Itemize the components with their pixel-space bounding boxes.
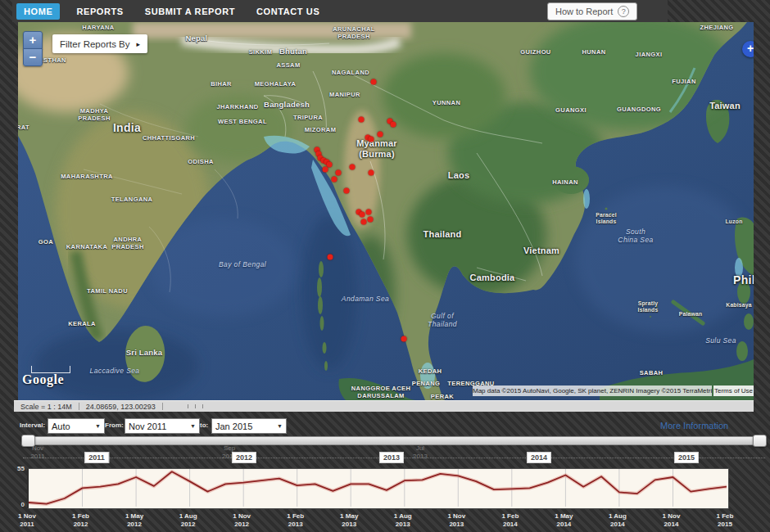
more-information-link[interactable]: More Information [660, 421, 728, 431]
zoom-in-button[interactable]: + [23, 31, 43, 49]
to-value: Jan 2015 [215, 422, 252, 431]
cursor-coordinates: 24.08659, 123.00293 [79, 403, 162, 411]
filter-reports-dropdown[interactable]: Filter Reports By ▸ [52, 34, 147, 53]
chart-y-max-label: 55 [2, 465, 25, 472]
ruler-year-label: 2011 [84, 452, 109, 463]
report-marker[interactable] [359, 117, 365, 123]
chevron-down-icon: ▼ [277, 423, 283, 429]
nav-tab-submit-a-report[interactable]: SUBMIT A REPORT [140, 3, 240, 20]
question-icon: ? [618, 6, 629, 17]
chart-x-tick-label: 1 Nov 2014 [663, 512, 681, 530]
nav-items: HOMEREPORTSSUBMIT A REPORTCONTACT US [16, 0, 324, 22]
how-to-report-label: How to Report [555, 7, 613, 16]
report-marker[interactable] [327, 162, 333, 168]
divider [162, 403, 163, 410]
chart-plot [29, 469, 727, 507]
chart-x-tick-label: 1 Feb 2015 [717, 512, 734, 530]
interval-value: Auto [52, 422, 70, 431]
chevron-down-icon: ▼ [95, 423, 101, 429]
slider-handle-right[interactable] [753, 435, 767, 447]
terms-of-use-link[interactable]: Terms of Use [713, 385, 754, 396]
top-nav: HOMEREPORTSSUBMIT A REPORTCONTACT US How… [0, 0, 770, 22]
nav-tab-contact-us[interactable]: CONTACT US [251, 3, 324, 20]
report-marker[interactable] [369, 137, 374, 142]
page: HOMEREPORTSSUBMIT A REPORTCONTACT US How… [0, 0, 770, 532]
interval-label: Interval: [20, 422, 45, 429]
ruler-year-label: 2013 [379, 452, 404, 463]
report-marker[interactable] [323, 167, 328, 173]
report-marker[interactable] [366, 210, 372, 215]
chevron-down-icon: ▼ [190, 423, 196, 429]
report-marker[interactable] [328, 255, 333, 260]
chart-x-tick-label: 1 May 2013 [340, 512, 358, 530]
report-marker[interactable] [361, 219, 367, 225]
from-select[interactable]: Nov 2011 ▼ [125, 418, 200, 434]
chart-x-tick-label: 1 May 2014 [555, 512, 573, 530]
chart-x-tick-label: 1 Feb 2014 [501, 512, 519, 530]
map-attribution: Map data ©2015 AutoNavi, Google, SK plan… [473, 385, 712, 396]
expand-panel-button[interactable]: + [742, 41, 754, 57]
report-marker[interactable] [391, 122, 396, 128]
interval-select[interactable]: Auto ▼ [48, 418, 105, 434]
report-markers-layer [18, 22, 754, 400]
report-marker[interactable] [369, 170, 374, 176]
chevron-right-icon: ▸ [137, 40, 141, 48]
ruler-month-label: Jul 2013 [413, 444, 428, 460]
ruler-year-label: 2014 [527, 452, 551, 463]
ruler-year-label: 2012 [232, 452, 256, 463]
zoom-out-button[interactable]: − [23, 48, 43, 66]
chart-x-tick-label: 1 Aug 2014 [609, 512, 627, 530]
chart-y-min-label: 0 [2, 501, 25, 508]
timeline-controls: Interval: Auto ▼ From: Nov 2011 ▼ to: Ja… [0, 417, 770, 435]
report-marker[interactable] [401, 336, 407, 342]
report-marker[interactable] [350, 165, 356, 170]
chart-x-tick-label: 1 Nov 2012 [233, 512, 251, 530]
chart-x-tick-label: 1 Feb 2012 [72, 512, 89, 530]
nav-tab-reports[interactable]: REPORTS [71, 3, 128, 20]
map-scale-text: Scale = 1 : 14M [14, 403, 79, 411]
ruler-year-label: 2015 [674, 452, 699, 463]
ruler-ticks [188, 404, 203, 408]
chart-x-tick-label: 1 Nov 2011 [18, 512, 36, 530]
timeline-slider-track[interactable] [21, 436, 767, 445]
report-marker[interactable] [378, 132, 383, 138]
how-to-report-button[interactable]: How to Report ? [547, 2, 637, 20]
filter-reports-label: Filter Reports By [60, 39, 130, 49]
report-marker[interactable] [332, 177, 337, 183]
reports-timeline-chart [27, 468, 729, 509]
report-marker[interactable] [344, 188, 350, 194]
report-marker[interactable] [368, 217, 374, 223]
chart-x-tick-label: 1 Aug 2012 [179, 512, 197, 530]
to-select[interactable]: Jan 2015 ▼ [211, 418, 287, 434]
chart-x-tick-label: 1 Feb 2013 [287, 512, 304, 530]
map[interactable]: HARYANAARUNACHAL PRADESHNepalSIKKIMBhuta… [18, 22, 754, 400]
chart-x-tick-label: 1 Nov 2013 [447, 512, 465, 530]
report-marker[interactable] [360, 212, 365, 218]
ruler-month-label: Nov 2011 [30, 444, 44, 460]
status-bar: Scale = 1 : 14M 24.08659, 123.00293 [14, 400, 754, 412]
from-value: Nov 2011 [129, 422, 166, 431]
report-marker[interactable] [336, 170, 342, 176]
report-marker[interactable] [371, 79, 377, 85]
nav-tab-home[interactable]: HOME [16, 3, 60, 20]
to-label: to: [200, 422, 208, 429]
chart-x-tick-label: 1 May 2012 [125, 512, 143, 530]
from-label: From: [105, 422, 124, 429]
google-logo[interactable]: Google [22, 372, 64, 387]
chart-x-tick-label: 1 Aug 2013 [394, 512, 412, 530]
